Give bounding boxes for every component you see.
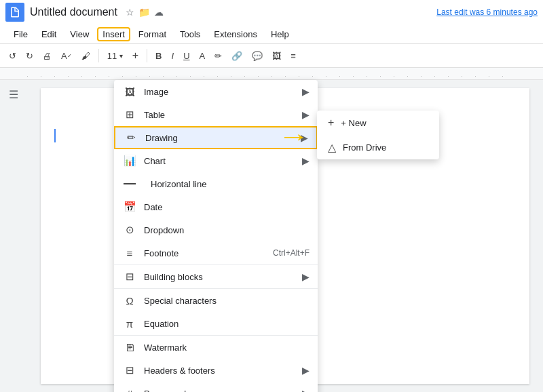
headers-footers-menu-icon: ⊟ xyxy=(122,363,137,378)
sidebar-icons: ☰ xyxy=(0,80,27,392)
doc-icon xyxy=(5,3,24,22)
underline-button[interactable]: U xyxy=(180,49,193,63)
print-button[interactable]: 🖨 xyxy=(39,49,55,63)
font-size-increase[interactable]: + xyxy=(129,47,142,64)
insert-equation-item[interactable]: π Equation xyxy=(114,312,318,335)
last-edit-label: Last edit was 6 minutes ago xyxy=(436,7,538,17)
chart-arrow: ▶ xyxy=(302,155,310,166)
sidebar-outline-icon[interactable]: ☰ xyxy=(9,88,18,101)
insert-building-blocks-item[interactable]: ⊟ Building blocks ▶ xyxy=(114,265,318,288)
yellow-arrow-indicator: → xyxy=(278,122,310,151)
drawing-from-drive-item[interactable]: △ From Drive xyxy=(317,135,439,159)
headers-footers-arrow: ▶ xyxy=(302,365,310,376)
dropdown-menu-icon: ⊙ xyxy=(122,222,137,237)
page-numbers-menu-icon: # xyxy=(122,386,137,392)
drawing-new-icon: + xyxy=(328,117,334,129)
insert-image-item[interactable]: 🖼 Image ▶ xyxy=(114,80,318,103)
menu-format[interactable]: Format xyxy=(133,27,172,41)
menu-insert[interactable]: Insert xyxy=(97,27,130,41)
cursor-indicator xyxy=(54,129,56,142)
image-menu-icon: 🖼 xyxy=(122,84,137,99)
insert-section-2: ⊟ Building blocks ▶ xyxy=(114,265,318,289)
image-button[interactable]: 🖼 xyxy=(269,49,284,63)
paint-button[interactable]: 🖌 xyxy=(78,49,94,63)
menu-bar: File Edit View Insert Format Tools Exten… xyxy=(0,24,543,43)
italic-button[interactable]: I xyxy=(168,49,178,63)
building-blocks-menu-icon: ⊟ xyxy=(122,269,137,284)
drawing-submenu: + + New △ From Drive xyxy=(317,111,439,159)
comment-button[interactable]: 💬 xyxy=(248,49,266,63)
equation-menu-icon: π xyxy=(122,316,137,331)
footnote-menu-icon: ≡ xyxy=(122,246,137,260)
insert-page-numbers-item[interactable]: # Page numbers ▶ xyxy=(114,382,318,392)
drawing-new-item[interactable]: + + New xyxy=(317,111,439,135)
redo-button[interactable]: ↻ xyxy=(22,49,37,63)
insert-section-4: 🖹 Watermark ⊟ Headers & footers ▶ # Page… xyxy=(114,336,318,392)
table-menu-icon: ⊞ xyxy=(122,107,137,122)
font-size[interactable]: 11 ▾ xyxy=(104,49,126,63)
title-bar: Untitled document ☆ 📁 ☁ Last edit was 6 … xyxy=(0,0,543,24)
toolbar-divider-1 xyxy=(98,49,99,62)
link-button[interactable]: 🔗 xyxy=(228,49,246,63)
folder-icon[interactable]: 📁 xyxy=(138,7,150,18)
insert-footnote-item[interactable]: ≡ Footnote Ctrl+Alt+F xyxy=(114,241,318,264)
text-color-button[interactable]: A xyxy=(196,49,209,63)
footnote-shortcut: Ctrl+Alt+F xyxy=(273,248,310,258)
document-title[interactable]: Untitled document xyxy=(30,6,117,18)
menu-help[interactable]: Help xyxy=(265,27,295,41)
insert-horizontal-line-item[interactable]: Horizontal line xyxy=(114,172,318,195)
bold-button[interactable]: B xyxy=(152,49,165,63)
ruler xyxy=(0,68,543,80)
special-chars-menu-icon: Ω xyxy=(122,293,137,308)
undo-button[interactable]: ↺ xyxy=(5,49,20,63)
spellcheck-button[interactable]: A✓ xyxy=(58,49,75,63)
insert-date-item[interactable]: 📅 Date xyxy=(114,195,318,218)
cloud-icon[interactable]: ☁ xyxy=(154,7,164,18)
insert-watermark-item[interactable]: 🖹 Watermark xyxy=(114,336,318,359)
hr-menu-icon xyxy=(122,176,137,191)
menu-extensions[interactable]: Extensions xyxy=(208,27,263,41)
page-numbers-arrow: ▶ xyxy=(302,388,310,392)
insert-dropdown-item[interactable]: ⊙ Dropdown xyxy=(114,218,318,241)
highlight-button[interactable]: ✏ xyxy=(211,49,225,63)
insert-special-chars-item[interactable]: Ω Special characters xyxy=(114,289,318,312)
drawing-menu-icon: ✏ xyxy=(124,130,138,145)
title-icons: ☆ 📁 ☁ xyxy=(126,7,164,18)
date-menu-icon: 📅 xyxy=(122,199,137,214)
insert-section-1: 🖼 Image ▶ ⊞ Table ▶ ✏ Drawing ▶ 📊 Chart … xyxy=(114,80,318,265)
menu-tools[interactable]: Tools xyxy=(174,27,206,41)
menu-edit[interactable]: Edit xyxy=(36,27,62,41)
building-blocks-arrow: ▶ xyxy=(302,271,310,282)
align-button[interactable]: ≡ xyxy=(287,49,299,63)
insert-section-3: Ω Special characters π Equation xyxy=(114,289,318,336)
insert-chart-item[interactable]: 📊 Chart ▶ xyxy=(114,149,318,172)
toolbar: ↺ ↻ 🖨 A✓ 🖌 11 ▾ + B I U A ✏ 🔗 💬 🖼 ≡ xyxy=(0,43,543,68)
chart-menu-icon: 📊 xyxy=(122,153,137,168)
insert-headers-footers-item[interactable]: ⊟ Headers & footers ▶ xyxy=(114,359,318,382)
menu-file[interactable]: File xyxy=(8,27,33,41)
star-icon[interactable]: ☆ xyxy=(126,7,134,18)
drawing-drive-icon: △ xyxy=(328,141,336,154)
table-arrow: ▶ xyxy=(302,109,310,120)
ruler-line xyxy=(27,76,516,77)
image-arrow: ▶ xyxy=(302,86,310,97)
menu-view[interactable]: View xyxy=(64,27,94,41)
toolbar-divider-2 xyxy=(147,49,147,62)
watermark-menu-icon: 🖹 xyxy=(122,340,137,355)
